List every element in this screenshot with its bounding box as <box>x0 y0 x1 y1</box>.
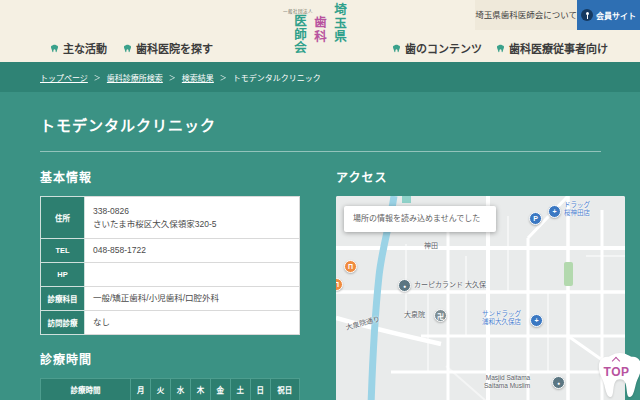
table-row-hp: HP <box>41 263 300 287</box>
nav-label: 歯科医院を探す <box>136 40 213 56</box>
nav-item-tooth-contents[interactable]: 歯のコンテンツ <box>392 40 482 56</box>
nav-label: 歯科医療従事者向け <box>509 40 608 56</box>
label-line: ドラッグ <box>564 201 590 209</box>
nav-item-find-clinic[interactable]: 歯科医院を探す <box>123 40 213 56</box>
hours-header-row: 診療時間 月 火 水 木 金 土 日 祝日 <box>41 379 300 400</box>
logo-col-right: 埼玉県 <box>329 3 349 61</box>
map-label-sundrug: サンドラッグ 浦和大久保店 <box>482 310 521 326</box>
breadcrumb-separator: ＞ <box>169 72 176 82</box>
breadcrumb-search[interactable]: 歯科診療所検索 <box>107 72 163 83</box>
postal-code: 338-0826 <box>93 205 291 218</box>
label-line: Saitama Muslim <box>484 382 530 390</box>
back-to-top-button[interactable]: TOP <box>593 348 640 400</box>
nav-label: 歯のコンテンツ <box>405 40 482 56</box>
row-label: 診療科目 <box>41 287 85 311</box>
tooth-bullet-icon <box>123 44 132 53</box>
hours-col-holiday: 祝日 <box>270 379 299 400</box>
table-row-home-visit: 訪問診療 なし <box>41 311 300 335</box>
breadcrumb-results[interactable]: 検索結果 <box>182 72 214 83</box>
google-map[interactable]: ーマート 上神田店 ドラッグ 桜神田店 神田 大泉院通り カーピカランド 大久保… <box>336 196 625 400</box>
nav-label: 主な活動 <box>63 40 107 56</box>
row-value: 048-858-1722 <box>85 239 300 263</box>
logo-col-left: 医師会 <box>289 3 309 61</box>
row-label: 住所 <box>41 197 85 239</box>
site-logo[interactable]: 一般社団法人 埼玉県 歯科 医師会 <box>283 3 349 61</box>
hours-col-fri: 金 <box>210 379 230 400</box>
label-line: 浦和大久保店 <box>482 318 521 326</box>
hours-col-wed: 水 <box>171 379 191 400</box>
map-label-mosque: Masjid Saitama Saitama Muslim <box>484 374 530 390</box>
parking-icon[interactable]: P <box>529 212 542 225</box>
about-association-link[interactable]: 埼玉県歯科医師会について <box>475 0 577 30</box>
mosque-icon[interactable]: ● <box>552 376 565 389</box>
access-heading: アクセス <box>336 168 387 185</box>
top-button-label: TOP <box>593 365 640 379</box>
hours-col-tue: 火 <box>151 379 171 400</box>
page: 埼玉県歯科医師会について 会員サイト 一般社団法人 埼玉県 歯科 医師会 主な活… <box>0 0 640 400</box>
carwash-icon[interactable]: ● <box>398 279 411 292</box>
table-row-address: 住所 338-0826 さいたま市桜区大久保領家320-5 <box>41 197 300 239</box>
logo-col-middle: 歯科 <box>309 3 329 61</box>
breadcrumb: トップページ ＞ 歯科診療所検索 ＞ 検索結果 ＞ トモデンタルクリニック <box>0 62 640 92</box>
row-value <box>85 263 300 287</box>
map-label-carwash: カーピカランド 大久保 <box>414 281 486 290</box>
map-label-kanda-area: 神田 <box>424 242 438 251</box>
row-label: TEL <box>41 239 85 263</box>
breadcrumb-current: トモデンタルクリニック <box>233 72 321 83</box>
row-value: なし <box>85 311 300 335</box>
label-line: 桜神田店 <box>564 209 590 217</box>
drugstore-icon[interactable]: + <box>548 205 561 218</box>
label-line: サンドラッグ <box>482 310 521 318</box>
nav-item-professionals[interactable]: 歯科医療従事者向け <box>496 40 608 56</box>
row-value: 338-0826 さいたま市桜区大久保領家320-5 <box>85 197 300 239</box>
basic-info-heading: 基本情報 <box>40 168 92 185</box>
keyhole-icon <box>581 9 593 21</box>
map-label-temple: 大泉院 <box>404 311 425 320</box>
member-site-button[interactable]: 会員サイト <box>577 0 640 30</box>
map-error-text: 場所の情報を読み込めませんでした <box>353 214 480 223</box>
row-label: HP <box>41 263 85 287</box>
main-content: トモデンタルクリニック 基本情報 住所 338-0826 さいたま市桜区大久保領… <box>0 92 640 400</box>
address-text: さいたま市桜区大久保領家320-5 <box>93 218 291 231</box>
temple-icon[interactable]: 卍 <box>434 309 447 322</box>
label-line: Masjid Saitama <box>484 374 530 382</box>
table-row-departments: 診療科目 一般/矯正歯科/小児歯科/口腔外科 <box>41 287 300 311</box>
shrine-icon[interactable]: Π <box>344 260 357 273</box>
member-site-label: 会員サイト <box>596 10 636 21</box>
hours-heading: 診療時間 <box>40 350 92 367</box>
breadcrumb-separator: ＞ <box>220 72 227 82</box>
row-label: 訪問診療 <box>41 311 85 335</box>
hours-table: 診療時間 月 火 水 木 金 土 日 祝日 <box>40 378 300 400</box>
map-error-infowindow: 場所の情報を読み込めませんでした <box>344 206 496 232</box>
page-title: トモデンタルクリニック <box>40 114 216 135</box>
hours-col-sat: 土 <box>230 379 250 400</box>
tooth-bullet-icon <box>50 44 59 53</box>
hours-col-sun: 日 <box>250 379 270 400</box>
hours-col-header: 診療時間 <box>41 379 131 400</box>
title-divider <box>40 151 601 152</box>
hours-col-thu: 木 <box>190 379 210 400</box>
tooth-bullet-icon <box>496 44 505 53</box>
breadcrumb-separator: ＞ <box>94 72 101 82</box>
hours-col-mon: 月 <box>131 379 151 400</box>
table-row-tel: TEL 048-858-1722 <box>41 239 300 263</box>
nav-item-activities[interactable]: 主な活動 <box>50 40 107 56</box>
tooth-bullet-icon <box>392 44 401 53</box>
row-value: 一般/矯正歯科/小児歯科/口腔外科 <box>85 287 300 311</box>
site-header: 埼玉県歯科医師会について 会員サイト 一般社団法人 埼玉県 歯科 医師会 主な活… <box>0 0 640 62</box>
basic-info-table: 住所 338-0826 さいたま市桜区大久保領家320-5 TEL 048-85… <box>40 196 300 335</box>
map-label-drugstore-sakurakanda: ドラッグ 桜神田店 <box>564 201 590 217</box>
logo-text: 埼玉県 歯科 医師会 <box>289 3 349 61</box>
drugstore-icon[interactable]: + <box>530 314 543 327</box>
breadcrumb-home[interactable]: トップページ <box>40 72 88 83</box>
